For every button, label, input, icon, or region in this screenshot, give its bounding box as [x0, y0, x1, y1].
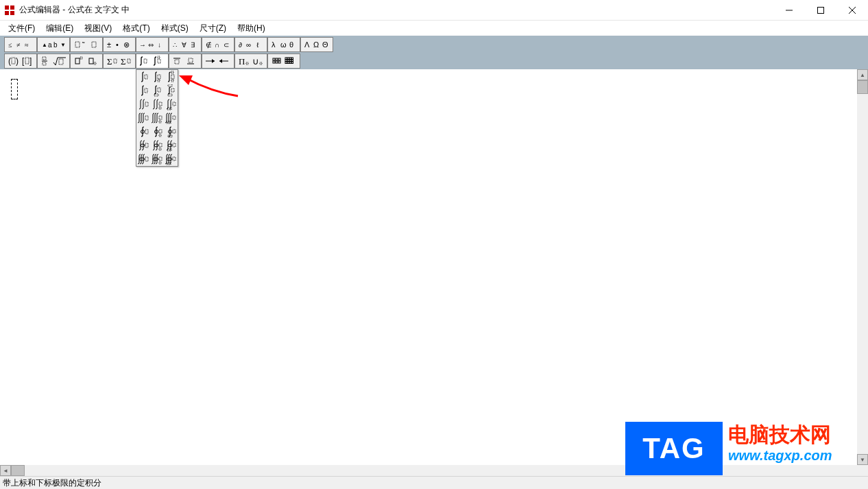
menu-size[interactable]: 尺寸(Z) [194, 21, 232, 36]
fence-templates-button[interactable]: ()[] [5, 54, 36, 68]
integral-indefinite[interactable] [136, 70, 150, 84]
svg-text:∪: ∪ [252, 56, 259, 67]
svg-rect-50 [80, 57, 82, 59]
svg-text:⊂: ⊂ [224, 41, 229, 49]
integral-indefinite-alt[interactable] [136, 84, 150, 97]
triple-integral[interactable] [136, 111, 150, 125]
equation-canvas[interactable] [0, 69, 857, 465]
svg-rect-75 [273, 61, 275, 63]
logical-button[interactable]: ∴∀∃ [169, 38, 201, 51]
svg-rect-45 [43, 57, 46, 60]
integral-limits-under[interactable] [150, 84, 164, 97]
greek-lower-button[interactable]: λωθ [268, 38, 300, 51]
integral-sub[interactable] [150, 70, 164, 84]
svg-marker-136 [179, 75, 193, 85]
vertical-scrollbar[interactable]: ▲ ▼ [857, 69, 868, 465]
svg-rect-43 [25, 58, 29, 64]
operators-button[interactable]: ±•⊗ [104, 38, 135, 51]
svg-rect-96 [145, 88, 147, 93]
toolbar-area: ≤≠≈ ▲ab▼ ˜ ±•⊗ →⇔↓ ∴∀∃ ∉∩⊂ ∂∞ℓ λωθ ΛΩΘ [0, 36, 868, 70]
volume-integral-sub[interactable] [150, 152, 164, 166]
maximize-button[interactable] [805, 0, 836, 21]
svg-marker-65 [212, 59, 215, 63]
svg-rect-57 [144, 59, 147, 63]
svg-rect-84 [289, 60, 291, 62]
set-theory-button[interactable]: ∉∩⊂ [202, 38, 234, 51]
scroll-down-button[interactable]: ▼ [857, 454, 868, 465]
menu-help[interactable]: 帮助(H) [232, 21, 271, 36]
scroll-left-button[interactable]: ◄ [0, 465, 11, 476]
svg-text:λ: λ [272, 40, 276, 49]
svg-text:Σ: Σ [121, 56, 126, 67]
horizontal-scrollbar[interactable]: ◄ ► [0, 465, 857, 476]
relational-symbols-button[interactable]: ≤≠≈ [5, 38, 36, 51]
integral-definite[interactable] [164, 70, 178, 84]
double-integral[interactable] [136, 97, 150, 111]
menu-edit[interactable]: 编辑(E) [40, 21, 79, 36]
fraction-radical-button[interactable] [38, 54, 69, 68]
overbar-underbar-button[interactable] [169, 54, 201, 68]
misc-symbols-button[interactable]: ∂∞ℓ [235, 38, 267, 51]
double-integral-sub[interactable] [150, 97, 164, 111]
menu-file[interactable]: 文件(F) [3, 21, 40, 36]
integral-button[interactable] [136, 54, 168, 68]
embellishments-button[interactable]: ˜ [71, 38, 102, 51]
surface-integral[interactable] [136, 139, 150, 152]
arrows-button[interactable]: →⇔↓ [136, 38, 168, 51]
svg-rect-61 [175, 60, 179, 64]
volume-integral[interactable] [136, 152, 150, 166]
minimize-button[interactable] [773, 0, 805, 21]
svg-point-112 [141, 130, 145, 134]
svg-text:±: ± [107, 40, 111, 49]
svg-text:b: b [53, 41, 58, 49]
svg-text:Ω: Ω [313, 40, 319, 49]
volume-integral-limits[interactable] [164, 152, 178, 166]
surface-integral-limits[interactable] [164, 139, 178, 152]
triple-integral-limits[interactable] [164, 111, 178, 125]
svg-rect-108 [159, 116, 162, 119]
titlebar: 公式编辑器 - 公式在 文字文 中 [0, 0, 868, 21]
svg-point-122 [154, 144, 158, 147]
equation-placeholder[interactable] [11, 79, 18, 99]
surface-integral-sub[interactable] [150, 139, 164, 152]
contour-integral[interactable] [136, 125, 150, 139]
triple-integral-sub[interactable] [150, 111, 164, 125]
menu-style[interactable]: 样式(S) [156, 21, 194, 36]
double-integral-limits[interactable] [164, 97, 178, 111]
hscroll-thumb[interactable] [11, 465, 25, 476]
svg-rect-118 [173, 130, 176, 133]
scroll-up-button[interactable]: ▲ [857, 69, 868, 80]
sub-sup-button[interactable] [71, 54, 102, 68]
matrix-button[interactable] [268, 54, 300, 68]
svg-rect-98 [154, 94, 158, 96]
svg-rect-59 [158, 56, 160, 58]
menu-format[interactable]: 格式(T) [117, 21, 155, 36]
menu-view[interactable]: 视图(V) [79, 21, 117, 36]
svg-point-133 [167, 158, 172, 160]
contour-integral-sub[interactable] [150, 125, 164, 139]
svg-rect-79 [287, 58, 289, 60]
svg-rect-126 [173, 143, 176, 147]
integral-limits-both[interactable] [164, 84, 178, 97]
menubar: 文件(F) 编辑(E) 视图(V) 格式(T) 样式(S) 尺寸(Z) 帮助(H… [0, 21, 868, 36]
svg-rect-89 [291, 62, 293, 64]
vscroll-thumb[interactable] [857, 80, 868, 94]
window-title: 公式编辑器 - 公式在 文字文 中 [19, 4, 773, 16]
svg-rect-104 [159, 107, 161, 109]
summation-button[interactable]: ΣΣ [104, 54, 135, 68]
labeled-arrows-button[interactable] [202, 54, 234, 68]
svg-point-120 [141, 144, 145, 147]
svg-rect-99 [171, 88, 174, 92]
greek-upper-button[interactable]: ΛΩΘ [301, 38, 333, 51]
window-controls [773, 0, 868, 21]
close-button[interactable] [836, 0, 868, 21]
svg-rect-129 [145, 157, 148, 161]
spacing-ellipsis-button[interactable]: ▲ab▼ [38, 38, 69, 51]
svg-rect-86 [285, 62, 287, 64]
contour-integral-limits[interactable] [164, 125, 178, 139]
svg-rect-127 [167, 149, 171, 151]
svg-rect-1 [10, 5, 14, 10]
svg-rect-134 [173, 157, 176, 160]
svg-text:→: → [139, 41, 146, 49]
products-button[interactable]: Π∪ [235, 54, 267, 68]
